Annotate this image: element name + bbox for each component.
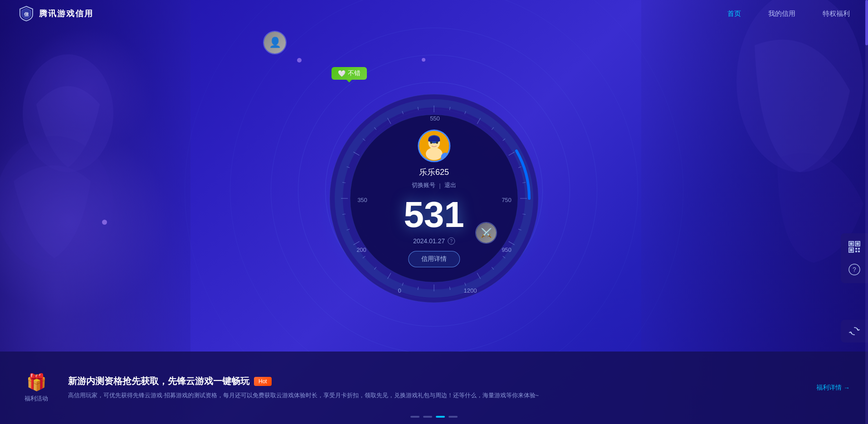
banner-title: 新游内测资格抢先获取，先锋云游戏一键畅玩 Hot [68, 375, 803, 387]
hot-badge: Hot [254, 377, 272, 386]
gauge-container: 0 200 350 550 750 950 1200 [307, 72, 561, 325]
rating-badge: 🤍 不错 [332, 67, 367, 80]
rating-label: 不错 [348, 69, 361, 77]
floating-avatar-top: 👤 [263, 31, 287, 54]
svg-point-54 [426, 148, 443, 160]
svg-rect-61 [850, 242, 853, 245]
username: 乐乐625 [404, 167, 464, 178]
svg-text:?: ? [853, 266, 856, 273]
banner-description: 高信用玩家，可优先获得先锋云游戏·招募游戏的测试资格，每月还可以免费获取云游戏体… [68, 391, 803, 400]
pagination-dot-2[interactable] [423, 416, 432, 418]
refresh-button[interactable] [841, 320, 868, 342]
gift-icon: 🎁 [18, 373, 54, 392]
banner-section-label: 福利活动 [18, 395, 54, 403]
user-avatar: ✓ [418, 130, 450, 162]
switch-account-link[interactable]: 切换账号 [412, 181, 435, 189]
banner-link[interactable]: 福利详情 → [816, 384, 850, 392]
avatar-badge: ✓ [441, 153, 450, 162]
svg-point-56 [430, 141, 432, 144]
pagination-dot-3[interactable] [436, 416, 445, 418]
help-icon[interactable]: ? [448, 237, 455, 245]
svg-text:200: 200 [356, 246, 366, 253]
gauge-outer: 0 200 350 550 750 950 1200 [316, 81, 552, 316]
feedback-button[interactable]: ? [845, 260, 863, 279]
svg-rect-65 [850, 249, 853, 251]
logo-area: 信 腾讯游戏信用 [18, 5, 727, 22]
qr-code-button[interactable] [845, 238, 863, 256]
nav-benefits[interactable]: 特权福利 [823, 10, 850, 18]
account-actions: 切换账号 | 退出 [404, 181, 464, 189]
svg-text:950: 950 [502, 246, 512, 253]
svg-rect-68 [855, 251, 857, 252]
nav-home[interactable]: 首页 [727, 10, 741, 18]
svg-rect-66 [855, 248, 857, 250]
banner-content: 新游内测资格抢先获取，先锋云游戏一键畅玩 Hot 高信用玩家，可优先获得先锋云游… [68, 375, 803, 400]
svg-text:750: 750 [502, 197, 512, 203]
floating-avatar-right: ⚔️ [475, 222, 497, 244]
detail-button[interactable]: 信用详情 [408, 251, 460, 267]
nav-my-credit[interactable]: 我的信用 [768, 10, 795, 18]
pagination-dot-4[interactable] [449, 416, 458, 418]
pagination-dot-1[interactable] [410, 416, 419, 418]
svg-text:350: 350 [357, 197, 367, 203]
logout-link[interactable]: 退出 [444, 181, 456, 189]
svg-rect-69 [858, 251, 860, 252]
banner-link-text: 福利详情 [816, 384, 842, 392]
rating-heart-icon: 🤍 [338, 70, 346, 77]
gauge-center: ✓ 乐乐625 切换账号 | 退出 531 2024.01.27 ? 信用详情 [404, 130, 464, 267]
svg-text:信: 信 [24, 12, 29, 17]
deco-dot-3 [102, 220, 107, 225]
banner-arrow-icon: → [844, 384, 850, 391]
scrollbar-thumb[interactable] [865, 0, 868, 45]
svg-point-57 [436, 141, 438, 144]
banner-icon-area: 🎁 福利活动 [18, 373, 54, 403]
svg-text:550: 550 [430, 115, 440, 122]
navbar: 信 腾讯游戏信用 首页 我的信用 特权福利 [0, 0, 868, 27]
score-date: 2024.01.27 ? [404, 237, 464, 245]
svg-rect-67 [858, 248, 860, 250]
right-sidebar: ? [841, 233, 868, 283]
credit-score: 531 [404, 197, 464, 233]
logo-icon: 信 [18, 5, 34, 22]
logo-text: 腾讯游戏信用 [39, 8, 93, 19]
pagination-dots [410, 416, 458, 418]
svg-rect-63 [856, 242, 859, 245]
deco-dot-1 [297, 58, 302, 63]
action-divider: | [439, 182, 440, 189]
svg-text:0: 0 [398, 287, 401, 294]
svg-text:✓: ✓ [444, 156, 447, 159]
scrollbar[interactable] [865, 0, 868, 424]
nav-links: 首页 我的信用 特权福利 [727, 10, 850, 18]
deco-dot-2 [422, 58, 425, 62]
score-date-text: 2024.01.27 [413, 237, 445, 245]
bottom-banner: 🎁 福利活动 新游内测资格抢先获取，先锋云游戏一键畅玩 Hot 高信用玩家，可优… [0, 352, 868, 424]
svg-text:1200: 1200 [464, 287, 477, 294]
banner-title-text: 新游内测资格抢先获取，先锋云游戏一键畅玩 [68, 375, 249, 387]
